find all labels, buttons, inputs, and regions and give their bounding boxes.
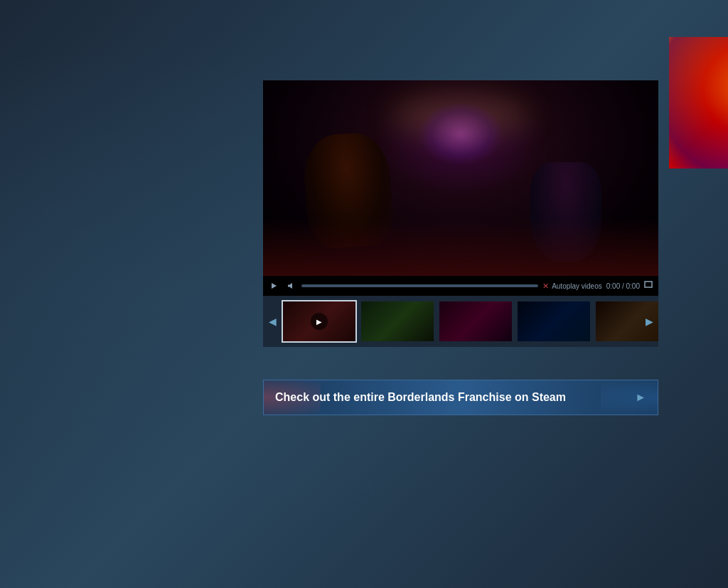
screen-glow (418, 102, 503, 166)
progress-bar[interactable] (301, 284, 538, 287)
franchise-banner[interactable]: Check out the entire Borderlands Franchi… (263, 380, 658, 415)
franchise-text: Check out the entire Borderlands Franchi… (275, 391, 566, 404)
thumbnail-strip: ◀ ▶ (263, 296, 658, 347)
thumbnail-2[interactable] (360, 300, 435, 343)
play-button[interactable] (267, 279, 280, 292)
thumbnail-4[interactable] (516, 300, 592, 343)
thumbnail-3[interactable] (438, 300, 513, 343)
thumbnail-1[interactable]: ▶ (282, 300, 357, 343)
scene-floor (263, 219, 658, 276)
svg-marker-2 (290, 283, 292, 289)
thumb-scroll-area: ▶ (263, 300, 658, 343)
thumb-next-button[interactable]: ▶ (641, 314, 657, 329)
volume-button[interactable] (284, 279, 297, 292)
autoplay-x-icon[interactable]: ✕ (542, 282, 549, 291)
thumb-bg-4 (518, 301, 590, 341)
video-scene (263, 80, 658, 276)
autoplay-label: ✕ Autoplay videos (542, 282, 602, 291)
thumb-bg-2 (361, 301, 434, 341)
video-controls: ✕ Autoplay videos 0:00 / 0:00 (263, 276, 658, 296)
svg-rect-1 (288, 285, 290, 287)
franchise-arrow-icon: ► (635, 391, 646, 404)
sidebar-game-image (669, 37, 728, 169)
svg-marker-0 (272, 283, 277, 289)
page-container: Your Store + New & Noteworthy + Categori… (0, 0, 728, 588)
fullscreen-button[interactable] (644, 281, 654, 291)
time-display: 0:00 / 0:00 (606, 282, 640, 290)
franchise-deco-right (601, 380, 658, 415)
autoplay-text: Autoplay videos (552, 282, 602, 290)
video-player[interactable]: ✕ Autoplay videos 0:00 / 0:00 (263, 80, 658, 296)
sidebar-image-inner (669, 37, 728, 169)
svg-rect-3 (645, 282, 652, 287)
thumb-play-icon: ▶ (311, 313, 328, 330)
video-main[interactable] (263, 80, 658, 276)
thumb-prev-button[interactable]: ◀ (264, 314, 280, 329)
thumb-bg-3 (439, 301, 512, 341)
